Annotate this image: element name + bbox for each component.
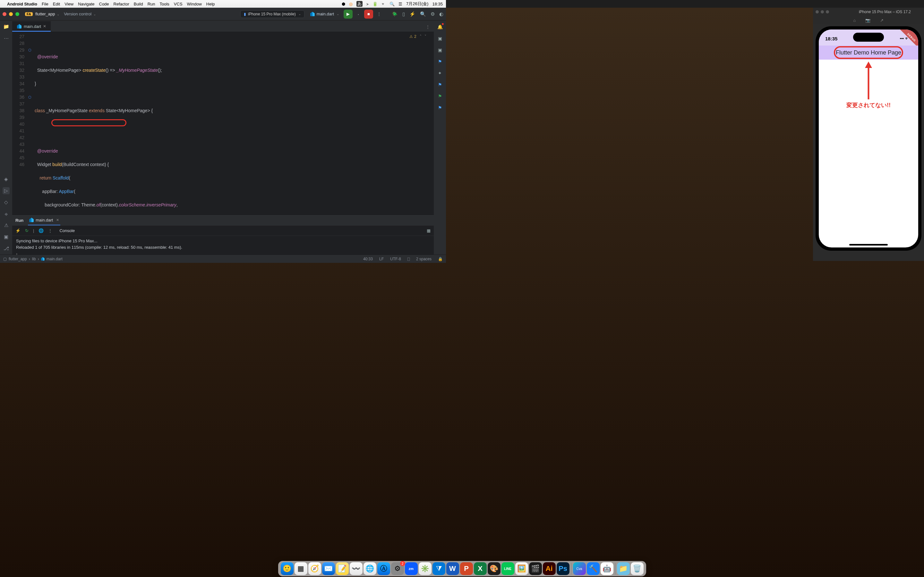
breadcrumb[interactable]: ▢ flutter_app› lib› main.dart (3, 257, 63, 261)
tray-toolbox-icon[interactable]: ⬢ (342, 2, 345, 6)
debug-button[interactable]: ⬪ (355, 10, 362, 18)
menubar-app-name[interactable]: Android Studio (7, 2, 37, 6)
tray-date[interactable]: 7月26日(金) (406, 1, 428, 7)
run-tab-main[interactable]: main.dart ✕ (28, 215, 60, 226)
close-icon[interactable]: ✕ (43, 24, 46, 29)
tray-wifi-icon[interactable]: ᯤ (381, 2, 386, 6)
readonly-icon[interactable]: ⎕ (407, 257, 410, 261)
window-minimize-icon[interactable] (9, 12, 13, 16)
chevron-down-icon: ⌄ (298, 12, 301, 16)
window-zoom-icon[interactable] (15, 12, 19, 16)
more-icon[interactable]: ⋮ (48, 228, 52, 233)
project-tool-icon[interactable]: 📁 (3, 23, 10, 30)
menu-navigate[interactable]: Navigate (78, 2, 94, 6)
profile-icon[interactable]: ◐ (439, 11, 443, 17)
menu-code[interactable]: Code (99, 2, 109, 6)
open-devtools-icon[interactable]: 🌐 (39, 228, 44, 233)
menu-run[interactable]: Run (148, 2, 155, 6)
more-icon[interactable]: ⋯ (3, 35, 10, 42)
tray-search-icon[interactable]: 🔍 (389, 2, 395, 6)
more-actions-button[interactable]: ⋮ (375, 10, 383, 18)
menu-help[interactable]: Help (206, 2, 215, 6)
hot-reload-icon[interactable]: ⚡ (15, 228, 21, 233)
flutter-devtools-icon[interactable]: ⚑ (437, 93, 443, 99)
dart-icon (310, 12, 315, 16)
device-label: iPhone 15 Pro Max (mobile) (248, 12, 296, 16)
device-mirror-icon[interactable]: ▯ (402, 11, 405, 17)
run-button[interactable]: ▶ (344, 10, 352, 19)
run-tool-window: Run main.dart ✕ ⚡ ↻ | 🌐 ⋮ Console ▦ Sync… (12, 214, 434, 255)
run-panel-title: Run (15, 218, 23, 223)
run-tool-icon[interactable]: ▷ (3, 187, 10, 194)
layout-icon[interactable]: ▦ (427, 228, 431, 233)
device-selector[interactable]: ▮ iPhone 15 Pro Max (mobile) ⌄ (240, 10, 304, 18)
menu-tools[interactable]: Tools (160, 2, 170, 6)
menu-build[interactable]: Build (134, 2, 143, 6)
flutter-icon[interactable]: ⚑ (437, 105, 443, 111)
code-editor[interactable]: ⚠2 ˄ ˅ 272829303132333435363738394041424… (12, 32, 434, 214)
project-dropdown[interactable]: flutter_app ⌄ (35, 11, 59, 16)
console-label: Console (59, 228, 75, 233)
tab-label: main.dart (24, 24, 41, 29)
bookmarks-icon[interactable]: ◇ (3, 199, 10, 206)
menubar-tray: ⬢ ◎ あ ᚛ 🔋 ᯤ 🔍 ☰ 7月26日(金) 18:35 (342, 1, 443, 7)
chevron-down-icon: ⌄ (94, 13, 96, 16)
vcs-icon[interactable]: ⎇ (3, 245, 10, 252)
tray-bluetooth-icon[interactable]: ᚛ (367, 2, 368, 6)
settings-icon[interactable]: ⚙ (431, 11, 435, 17)
run-config-selector[interactable]: main.dart ⌄ (310, 11, 339, 16)
notifications-icon[interactable]: 🔔 (437, 24, 443, 30)
tray-time[interactable]: 18:35 (432, 2, 443, 6)
menu-window[interactable]: Window (187, 2, 202, 6)
chevron-down-icon: ⌄ (57, 13, 59, 16)
menu-file[interactable]: File (42, 2, 48, 6)
structure-icon[interactable]: ◈ (3, 176, 10, 183)
lightning-icon[interactable]: ⚡ (409, 11, 415, 17)
code-body[interactable]: @override State<MyHomePage> createState(… (33, 32, 434, 214)
line-numbers: 2728293031323334353637383940414243444546 (12, 32, 26, 214)
window-controls (3, 12, 19, 16)
stop-button[interactable]: ■ (364, 10, 373, 19)
tray-ime-icon[interactable]: あ (357, 1, 363, 7)
run-console-output[interactable]: Syncing files to device iPhone 15 Pro Ma… (12, 236, 434, 255)
close-icon[interactable]: ✕ (56, 218, 59, 222)
override-glyph-icon[interactable]: ⬡ (26, 94, 33, 101)
menu-view[interactable]: View (65, 2, 73, 6)
chevron-down-icon: ⌄ (336, 12, 339, 16)
lock-icon[interactable]: 🔒 (438, 257, 443, 261)
tray-screens-icon[interactable]: ◎ (349, 2, 352, 6)
flutter-perf-icon[interactable]: ⚑ (437, 81, 443, 88)
editor-pane: main.dart ✕ ⋮ ⚠2 ˄ ˅ 2728293031323334353… (12, 21, 434, 255)
hot-restart-icon[interactable]: ↻ (25, 228, 29, 233)
encoding[interactable]: UTF-8 (390, 257, 401, 261)
dart-icon (17, 24, 21, 29)
flutter-inspector-icon[interactable]: ▣ (437, 47, 443, 53)
tab-overflow-menu[interactable]: ⋮ (422, 22, 434, 32)
terminal-icon[interactable]: ▣ (3, 234, 10, 240)
dart-analysis-icon[interactable]: ▣ (437, 35, 443, 42)
annotation-oval (51, 119, 126, 126)
services-icon[interactable]: ⎆ (3, 210, 10, 218)
tray-battery-icon[interactable]: 🔋 (373, 2, 378, 6)
menu-edit[interactable]: Edit (53, 2, 60, 6)
menu-vcs[interactable]: VCS (174, 2, 183, 6)
ai-icon[interactable]: ✦ (437, 70, 443, 76)
cursor-position[interactable]: 40:33 (363, 257, 373, 261)
version-control-dropdown[interactable]: Version control ⌄ (64, 11, 96, 16)
override-glyph-icon[interactable]: ⬡ (26, 47, 33, 53)
indent[interactable]: 2 spaces (416, 257, 431, 261)
bug-icon[interactable]: 🪲 (392, 11, 398, 17)
editor-tabs: main.dart ✕ ⋮ (12, 21, 434, 32)
menu-refactor[interactable]: Refactor (113, 2, 129, 6)
line-ending[interactable]: LF (379, 257, 384, 261)
macos-menubar: Android Studio File Edit View Navigate C… (0, 0, 446, 8)
problems-icon[interactable]: ⚠ (3, 222, 10, 229)
tray-control-center-icon[interactable]: ☰ (399, 2, 402, 6)
editor-tab-main[interactable]: main.dart ✕ (12, 21, 51, 32)
flutter-outline-icon[interactable]: ⚑ (437, 58, 443, 65)
window-close-icon[interactable] (3, 12, 6, 16)
project-badge: FA (25, 12, 33, 16)
search-icon[interactable]: 🔍 (420, 11, 426, 17)
run-config-label: main.dart (317, 11, 334, 16)
right-tool-rail: 🔔 ▣ ▣ ⚑ ✦ ⚑ ⚑ ⚑ (434, 21, 446, 255)
